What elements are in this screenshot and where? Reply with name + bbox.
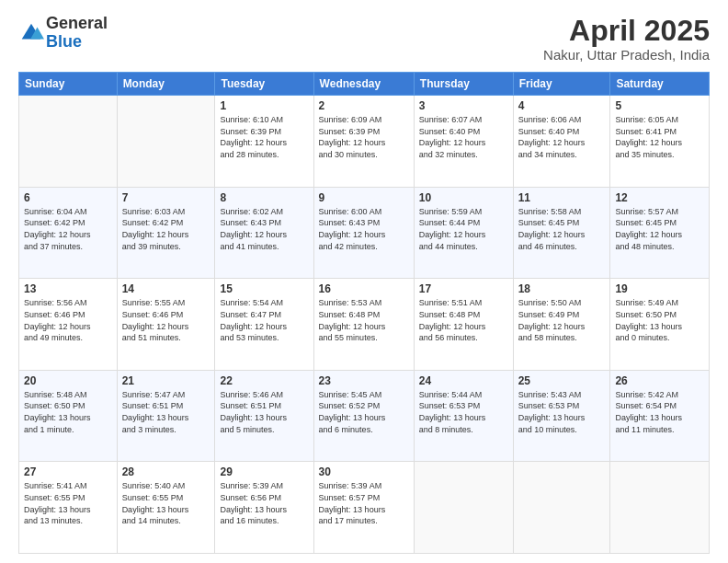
calendar-cell [513,462,610,554]
calendar-cell: 15Sunrise: 5:54 AM Sunset: 6:47 PM Dayli… [215,279,313,371]
day-info: Sunrise: 5:54 AM Sunset: 6:47 PM Dayligh… [220,297,308,343]
calendar-cell: 2Sunrise: 6:09 AM Sunset: 6:39 PM Daylig… [313,96,414,188]
day-number: 3 [419,99,508,112]
logo-text: General Blue [46,15,108,52]
calendar-week-4: 20Sunrise: 5:48 AM Sunset: 6:50 PM Dayli… [19,370,710,462]
calendar-cell: 8Sunrise: 6:02 AM Sunset: 6:43 PM Daylig… [215,187,313,279]
day-info: Sunrise: 5:45 AM Sunset: 6:52 PM Dayligh… [319,389,409,435]
calendar-cell: 14Sunrise: 5:55 AM Sunset: 6:46 PM Dayli… [117,279,215,371]
day-header-wednesday: Wednesday [313,73,414,96]
day-number: 24 [419,374,508,387]
day-number: 21 [122,374,210,387]
day-number: 9 [319,191,409,204]
day-info: Sunrise: 5:40 AM Sunset: 6:55 PM Dayligh… [122,480,210,526]
day-number: 16 [319,282,409,295]
day-info: Sunrise: 5:59 AM Sunset: 6:44 PM Dayligh… [419,206,508,252]
calendar-cell: 28Sunrise: 5:40 AM Sunset: 6:55 PM Dayli… [117,462,215,554]
calendar-cell: 26Sunrise: 5:42 AM Sunset: 6:54 PM Dayli… [610,370,710,462]
calendar-cell: 6Sunrise: 6:04 AM Sunset: 6:42 PM Daylig… [19,187,118,279]
day-info: Sunrise: 5:57 AM Sunset: 6:45 PM Dayligh… [615,206,704,252]
day-info: Sunrise: 5:47 AM Sunset: 6:51 PM Dayligh… [122,389,210,435]
day-info: Sunrise: 5:58 AM Sunset: 6:45 PM Dayligh… [518,206,606,252]
logo-area: General Blue [18,15,108,52]
day-number: 20 [24,374,112,387]
calendar-cell: 13Sunrise: 5:56 AM Sunset: 6:46 PM Dayli… [19,279,118,371]
calendar-header-row: SundayMondayTuesdayWednesdayThursdayFrid… [19,73,710,96]
calendar-cell: 1Sunrise: 6:10 AM Sunset: 6:39 PM Daylig… [215,96,313,188]
day-number: 14 [122,282,210,295]
calendar-cell: 30Sunrise: 5:39 AM Sunset: 6:57 PM Dayli… [313,462,414,554]
month-title: April 2025 [543,15,710,47]
calendar-cell: 12Sunrise: 5:57 AM Sunset: 6:45 PM Dayli… [610,187,710,279]
calendar-cell: 27Sunrise: 5:41 AM Sunset: 6:55 PM Dayli… [19,462,118,554]
page: General Blue April 2025 Nakur, Uttar Pra… [0,0,728,563]
day-number: 19 [615,282,704,295]
calendar-cell [19,96,118,188]
calendar-cell: 4Sunrise: 6:06 AM Sunset: 6:40 PM Daylig… [513,96,610,188]
calendar-cell: 29Sunrise: 5:39 AM Sunset: 6:56 PM Dayli… [215,462,313,554]
day-header-tuesday: Tuesday [215,73,313,96]
day-info: Sunrise: 5:55 AM Sunset: 6:46 PM Dayligh… [122,297,210,343]
logo-icon [18,20,44,46]
day-number: 18 [518,282,606,295]
calendar-cell: 23Sunrise: 5:45 AM Sunset: 6:52 PM Dayli… [313,370,414,462]
calendar-cell: 24Sunrise: 5:44 AM Sunset: 6:53 PM Dayli… [414,370,513,462]
day-number: 15 [220,282,308,295]
calendar-cell: 11Sunrise: 5:58 AM Sunset: 6:45 PM Dayli… [513,187,610,279]
calendar-cell: 17Sunrise: 5:51 AM Sunset: 6:48 PM Dayli… [414,279,513,371]
day-info: Sunrise: 5:53 AM Sunset: 6:48 PM Dayligh… [319,297,409,343]
day-number: 25 [518,374,606,387]
day-info: Sunrise: 6:05 AM Sunset: 6:41 PM Dayligh… [615,114,704,160]
day-info: Sunrise: 5:44 AM Sunset: 6:53 PM Dayligh… [419,389,508,435]
day-header-friday: Friday [513,73,610,96]
day-info: Sunrise: 6:00 AM Sunset: 6:43 PM Dayligh… [319,206,409,252]
calendar-cell: 9Sunrise: 6:00 AM Sunset: 6:43 PM Daylig… [313,187,414,279]
day-header-sunday: Sunday [19,73,118,96]
day-info: Sunrise: 6:09 AM Sunset: 6:39 PM Dayligh… [319,114,409,160]
calendar-cell: 7Sunrise: 6:03 AM Sunset: 6:42 PM Daylig… [117,187,215,279]
day-number: 6 [24,191,112,204]
day-number: 27 [24,465,112,478]
day-number: 10 [419,191,508,204]
day-info: Sunrise: 5:50 AM Sunset: 6:49 PM Dayligh… [518,297,606,343]
day-info: Sunrise: 5:42 AM Sunset: 6:54 PM Dayligh… [615,389,704,435]
calendar-cell: 18Sunrise: 5:50 AM Sunset: 6:49 PM Dayli… [513,279,610,371]
calendar-table: SundayMondayTuesdayWednesdayThursdayFrid… [18,72,710,554]
calendar-cell [117,96,215,188]
calendar-cell: 5Sunrise: 6:05 AM Sunset: 6:41 PM Daylig… [610,96,710,188]
day-number: 26 [615,374,704,387]
calendar-cell: 22Sunrise: 5:46 AM Sunset: 6:51 PM Dayli… [215,370,313,462]
day-info: Sunrise: 6:02 AM Sunset: 6:43 PM Dayligh… [220,206,308,252]
day-info: Sunrise: 5:39 AM Sunset: 6:57 PM Dayligh… [319,480,409,526]
day-number: 2 [319,99,409,112]
day-header-monday: Monday [117,73,215,96]
day-number: 5 [615,99,704,112]
day-info: Sunrise: 5:48 AM Sunset: 6:50 PM Dayligh… [24,389,112,435]
day-info: Sunrise: 6:07 AM Sunset: 6:40 PM Dayligh… [419,114,508,160]
day-number: 28 [122,465,210,478]
logo-blue: Blue [46,32,82,51]
calendar-week-1: 1Sunrise: 6:10 AM Sunset: 6:39 PM Daylig… [19,96,710,188]
calendar-cell: 19Sunrise: 5:49 AM Sunset: 6:50 PM Dayli… [610,279,710,371]
day-number: 7 [122,191,210,204]
day-info: Sunrise: 5:43 AM Sunset: 6:53 PM Dayligh… [518,389,606,435]
title-area: April 2025 Nakur, Uttar Pradesh, India [543,15,710,63]
day-info: Sunrise: 6:10 AM Sunset: 6:39 PM Dayligh… [220,114,308,160]
day-info: Sunrise: 5:56 AM Sunset: 6:46 PM Dayligh… [24,297,112,343]
day-info: Sunrise: 5:39 AM Sunset: 6:56 PM Dayligh… [220,480,308,526]
day-header-saturday: Saturday [610,73,710,96]
calendar-cell [414,462,513,554]
day-number: 29 [220,465,308,478]
day-info: Sunrise: 5:49 AM Sunset: 6:50 PM Dayligh… [615,297,704,343]
calendar-week-3: 13Sunrise: 5:56 AM Sunset: 6:46 PM Dayli… [19,279,710,371]
header: General Blue April 2025 Nakur, Uttar Pra… [18,15,710,63]
day-info: Sunrise: 5:46 AM Sunset: 6:51 PM Dayligh… [220,389,308,435]
calendar-week-2: 6Sunrise: 6:04 AM Sunset: 6:42 PM Daylig… [19,187,710,279]
day-number: 11 [518,191,606,204]
calendar-cell: 3Sunrise: 6:07 AM Sunset: 6:40 PM Daylig… [414,96,513,188]
day-info: Sunrise: 6:06 AM Sunset: 6:40 PM Dayligh… [518,114,606,160]
day-number: 13 [24,282,112,295]
calendar-cell: 16Sunrise: 5:53 AM Sunset: 6:48 PM Dayli… [313,279,414,371]
day-number: 17 [419,282,508,295]
day-number: 8 [220,191,308,204]
